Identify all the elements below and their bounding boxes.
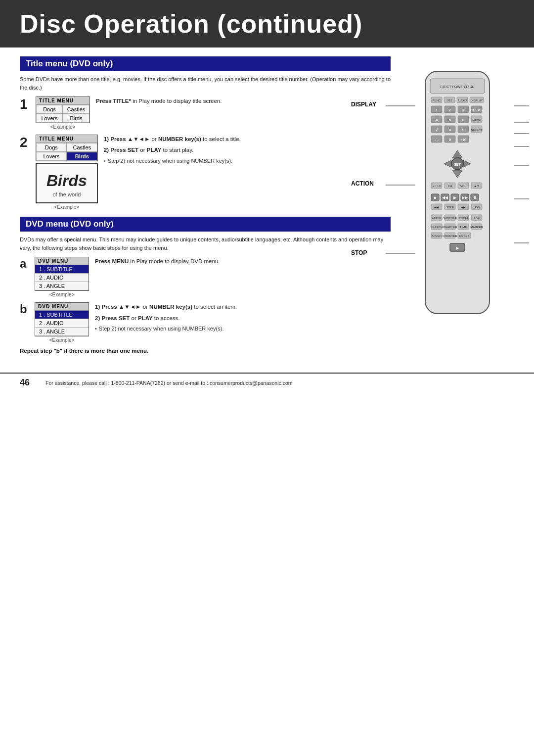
step-b-example: <Example> (35, 337, 89, 343)
svg-text:USB: USB (474, 206, 480, 209)
remote-svg: EJECT POWER DISC FUNC SET AUDIO DISPLAY … (415, 71, 499, 329)
step-b-inst-2: 2) Press SET or PLAY to access. (95, 314, 237, 323)
step-a-menu-list: 1 . SUBTITLE 2 . AUDIO 3 . ANGLE (35, 265, 89, 290)
svg-text:▲▼: ▲▼ (474, 185, 480, 188)
svg-text:SELECT: SELECT (471, 129, 483, 132)
step-a-inst: Press MENU in Play mode to display DVD m… (95, 258, 220, 264)
svg-text:◀◀: ◀◀ (442, 195, 448, 200)
svg-text:▶: ▶ (456, 246, 459, 250)
step-b-item-subtitle: 1 . SUBTITLE (35, 311, 89, 319)
step-b-content: DVD MENU 1 . SUBTITLE 2 . AUDIO 3 . ANGL… (35, 302, 237, 343)
action-label: ACTION (351, 180, 374, 187)
step-2-menu-title: TITLE MENU (36, 135, 97, 143)
svg-text:SEARCH: SEARCH (430, 226, 443, 229)
step-2-row: 2 TITLE MENU Dogs Castles Lovers Birds (20, 135, 391, 210)
page-footer: 46 For assistance, please call : 1-800-2… (0, 373, 534, 392)
step-2-number: 2 (20, 136, 31, 149)
step-b-item-angle: 3 . ANGLE (35, 328, 89, 336)
svg-text:SET: SET (454, 163, 461, 166)
step-a-item-subtitle: 1 . SUBTITLE (35, 265, 89, 274)
footer-text: For assistance, please call : 1-800-211-… (45, 380, 293, 386)
step-b-item-audio: 2 . AUDIO (35, 319, 89, 328)
step-2-menu-box: TITLE MENU Dogs Castles Lovers Birds (36, 135, 98, 161)
svg-text:MARKER: MARKER (470, 226, 483, 229)
svg-text:FUNC: FUNC (433, 99, 441, 102)
step-2-cell-castles: Castles (67, 143, 97, 152)
step-1-menu-wrap: TITLE MENU Dogs Castles Lovers Birds <Ex… (36, 96, 90, 130)
svg-text:CLEAR: CLEAR (470, 108, 484, 112)
svg-text:4: 4 (436, 118, 438, 122)
step-1-example: <Example> (36, 124, 90, 130)
step-1-menu-title: TITLE MENU (36, 97, 89, 105)
step-2-inst-1: 1) Press ▲▼◄► or NUMBER key(s) to select… (104, 135, 241, 143)
svg-text:0: 0 (449, 138, 451, 142)
step-b-row: b DVD MENU 1 . SUBTITLE 2 . AUDIO 3 . AN… (20, 302, 391, 343)
svg-text:VOL: VOL (460, 185, 467, 188)
step-b-inst-1: 1) Press ▲▼◄► or NUMBER key(s) to select… (95, 302, 237, 311)
step-b-menu-box: DVD MENU 1 . SUBTITLE 2 . AUDIO 3 . ANGL… (35, 302, 89, 336)
step-2-instructions: 1) Press ▲▼◄► or NUMBER key(s) to select… (104, 135, 241, 165)
right-column: DISPLAY ACTION STOP EJECT POWER DISC FU (400, 56, 514, 361)
step-2-content: TITLE MENU Dogs Castles Lovers Birds Bir… (36, 135, 241, 210)
svg-text:MENU: MENU (472, 119, 481, 122)
svg-text:EJECT   POWER   DISC: EJECT POWER DISC (440, 85, 474, 89)
svg-text:TIME: TIME (460, 226, 467, 229)
svg-text:7: 7 (436, 128, 438, 132)
step-2-cell-lovers: Lovers (36, 152, 67, 161)
svg-text:ZOOM: ZOOM (459, 217, 468, 220)
step-b-menu-title: DVD MENU (35, 303, 89, 311)
step-2-inst-2: 2) Press SET or PLAY to start play. (104, 145, 241, 154)
birds-title-text: Birds (46, 172, 87, 189)
step-2-menu-wrap: TITLE MENU Dogs Castles Lovers Birds Bir… (36, 135, 98, 210)
dvd-menu-section: DVD menu (DVD only) DVDs may offer a spe… (20, 217, 391, 354)
footer-page-number: 46 (20, 378, 36, 388)
step-1-content: TITLE MENU Dogs Castles Lovers Birds <Ex… (36, 96, 222, 130)
step-1-press-title: Press TITLE* in Play mode to display tit… (96, 98, 222, 104)
svg-text:STEP: STEP (446, 206, 454, 209)
step-1-menu-box: TITLE MENU Dogs Castles Lovers Birds (36, 96, 90, 123)
svg-text:▶▶: ▶▶ (462, 195, 468, 200)
svg-text:SPEED: SPEED (432, 235, 442, 237)
menu-cell-birds: Birds (63, 114, 89, 123)
birds-subtitle-text: of the world (46, 191, 87, 197)
svg-text:AUDIO: AUDIO (457, 99, 467, 102)
svg-text:+10: +10 (460, 138, 466, 142)
svg-text:COUNTER: COUNTER (443, 235, 457, 237)
step-b-letter: b (20, 303, 30, 315)
svg-text:DISPLAY: DISPLAY (471, 99, 483, 102)
svg-text:AUDIO: AUDIO (432, 217, 441, 220)
menu-cell-castles: Castles (63, 105, 89, 114)
step-b-instructions: 1) Press ▲▼◄► or NUMBER key(s) to select… (95, 302, 237, 333)
svg-text:⏸: ⏸ (473, 195, 477, 200)
page-title: Disc Operation (continued) (20, 9, 514, 39)
svg-text:3: 3 (462, 108, 465, 112)
step-2-menu-grid: Dogs Castles Lovers Birds (36, 143, 97, 161)
step-1-instructions: Press TITLE* in Play mode to display tit… (96, 96, 222, 105)
step-b-menu-list: 1 . SUBTITLE 2 . AUDIO 3 . ANGLE (35, 311, 89, 336)
step-a-item-angle: 3 . ANGLE (35, 282, 89, 290)
display-label: DISPLAY (351, 101, 376, 108)
step-1-row: 1 TITLE MENU Dogs Castles Lovers Birds (20, 96, 391, 130)
svg-text:1: 1 (436, 108, 438, 112)
step-a-instructions: Press MENU in Play mode to display DVD m… (95, 257, 220, 266)
svg-text:SET: SET (446, 99, 452, 102)
step-b-bullet: • Step 2) not necessary when using NUMBE… (95, 325, 237, 333)
left-column: Title menu (DVD only) Some DVDs have mor… (20, 56, 391, 361)
svg-text:CH: CH (448, 185, 452, 188)
step-a-item-audio: 2 . AUDIO (35, 274, 89, 282)
svg-text:-/--: -/-- (435, 138, 440, 142)
step-a-menu-wrap: DVD MENU 1 . SUBTITLE 2 . AUDIO 3 . ANGL… (35, 257, 89, 297)
step-a-menu-title: DVD MENU (35, 257, 89, 265)
menu-cell-dogs: Dogs (36, 105, 63, 114)
title-menu-heading: Title menu (DVD only) (20, 56, 391, 71)
menu-cell-lovers: Lovers (36, 114, 63, 123)
svg-text:+/- 10: +/- 10 (433, 185, 441, 188)
step-2-bullet: • Step 2) not necessary when using NUMBE… (104, 157, 241, 166)
svg-text:CHAPTER: CHAPTER (443, 226, 457, 229)
step-2-example: <Example> (36, 204, 98, 210)
step-b-bullet-text: Step 2) not necessary when using NUMBER … (99, 325, 224, 333)
bullet-text: Step 2) not necessary when using NUMBER … (108, 157, 233, 166)
step-2-cell-birds: Birds (67, 152, 97, 161)
svg-text:◀◀: ◀◀ (434, 206, 439, 209)
svg-text:RESET: RESET (459, 235, 469, 237)
